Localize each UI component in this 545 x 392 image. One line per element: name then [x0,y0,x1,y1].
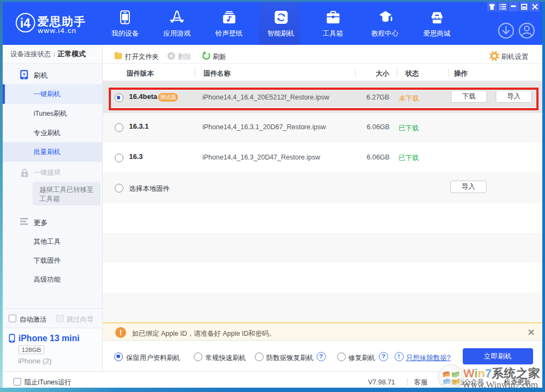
svg-text:i4: i4 [20,16,30,30]
